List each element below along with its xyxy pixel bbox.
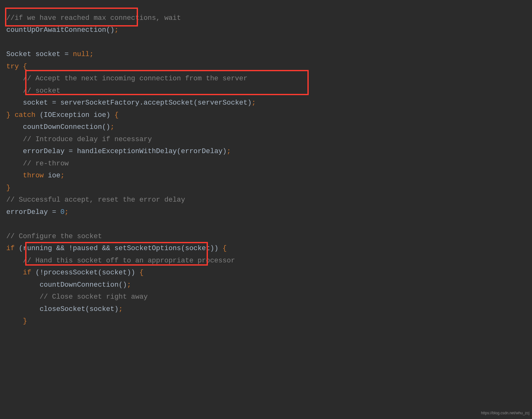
code-lhs: socket [23,99,48,107]
code-arg: serverSocket [197,99,247,107]
watermark: https://blog.csdn.net/whu_zcj [481,410,529,416]
kw-catch: catch [14,111,35,119]
paren-open: ( [19,244,23,252]
kw-if: if [23,269,31,277]
semicolon: ; [252,99,256,107]
parens: () [106,26,114,34]
code-var: ioe [48,172,60,180]
code-call: countDownConnection [23,123,102,131]
code-var: running [23,244,52,252]
code-lhs: errorDelay [6,208,48,216]
code-comment: // re-throw [23,160,69,168]
code-comment: //if we have reached max connections, wa… [6,14,181,22]
exception-type: IOException [44,111,89,119]
code-arg: socket [89,305,114,313]
semicolon: ; [227,147,231,155]
code-call: closeSocket [40,305,85,313]
code-type: Socket [6,50,31,58]
op-and: && [102,244,110,252]
parens: () [118,281,127,289]
semicolon: ; [89,50,94,58]
brace: } [23,317,27,325]
paren-open: ( [35,269,39,277]
op-eq: = [69,147,73,155]
op-eq: = [65,50,69,58]
paren-close: ) [114,305,118,313]
semicolon: ; [65,208,69,216]
code-comment: // Hand this socket off to an appropriat… [23,257,235,265]
brace: { [114,111,118,119]
brace: } [6,111,10,119]
code-obj: serverSocketFactory [60,99,140,107]
exception-var: ioe [94,111,106,119]
paren-close: ) [106,111,110,119]
code-arg: socket [185,244,210,252]
paren-close: ) [223,147,227,155]
brace: } [6,184,10,192]
op-not: ! [40,269,44,277]
code-lhs: errorDelay [23,147,65,155]
kw-if: if [6,244,14,252]
dot: . [139,99,143,107]
brace: { [23,63,27,71]
semicolon: ; [110,123,114,131]
semicolon: ; [114,26,118,34]
code-comment: // Introduce delay if necessary [23,135,152,143]
paren-close: ) [131,269,135,277]
brace: { [223,244,227,252]
code-arg: socket [102,269,127,277]
semicolon: ; [127,281,131,289]
code-var: paused [73,244,98,252]
code-method: handleExceptionWithDelay [77,147,177,155]
brace: { [140,269,144,277]
paren-close: ) [248,99,252,107]
code-call: countDownConnection [40,281,119,289]
paren-open: ( [40,111,44,119]
code-comment: // Configure the socket [6,232,102,240]
paren-open: ( [85,305,89,313]
paren-open: ( [177,147,181,155]
code-method: setSocketOptions [114,244,181,252]
code-comment: // Close socket right away [40,293,148,301]
paren-open: ( [193,99,197,107]
op-eq: = [52,99,56,107]
semicolon: ; [60,172,65,180]
paren-close: ) [210,244,214,252]
kw-try: try [6,63,19,71]
code-comment: // socket [23,87,60,95]
code-call: countUpOrAwaitConnection [6,26,106,34]
op-and: && [56,244,64,252]
code-method: acceptSocket [144,99,193,107]
paren-open: ( [181,244,185,252]
semicolon: ; [118,305,123,313]
paren-close: ) [214,244,218,252]
code-var: socket [35,50,60,58]
parens: () [102,123,110,131]
number-literal: 0 [60,208,65,216]
code-comment: // Accept the next incoming connection f… [23,75,248,83]
op-not: ! [69,244,73,252]
code-arg: errorDelay [181,147,223,155]
null-literal: null [73,50,89,58]
code-comment: // Successful accept, reset the error de… [6,196,185,204]
kw-throw: throw [23,172,44,180]
op-eq: = [52,208,56,216]
paren-open: ( [98,269,102,277]
code-editor[interactable]: //if we have reached max connections, wa… [0,0,532,328]
paren-close: ) [127,269,131,277]
code-method: processSocket [44,269,98,277]
